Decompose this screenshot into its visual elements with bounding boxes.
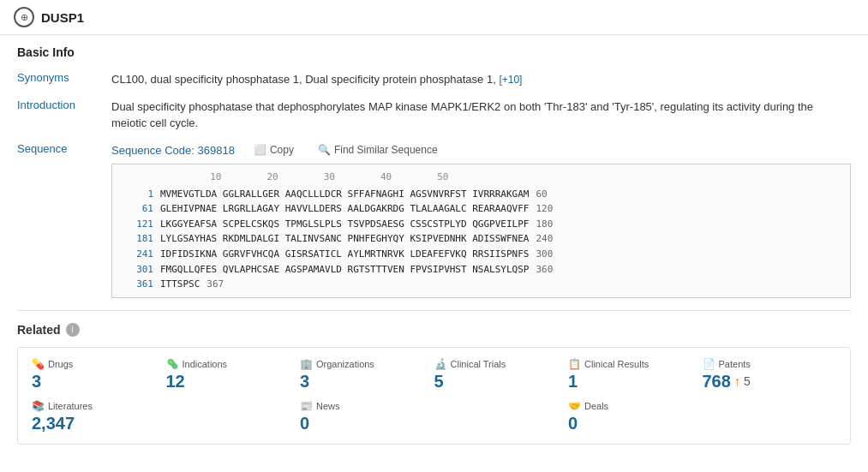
sequence-code-value: 369818 bbox=[197, 144, 234, 157]
stat-icon: 🤝 bbox=[568, 400, 581, 412]
stat-value: 0 bbox=[568, 414, 578, 433]
introduction-row: Introduction Dual specificity phosphatas… bbox=[17, 99, 851, 132]
stat-item[interactable]: 📰 News 0 bbox=[300, 400, 568, 433]
seq-line-text: MVMEVGTLDA GGLRALLGER AAQCLLLDCR SFFAFNA… bbox=[160, 187, 529, 202]
gene-icon: ⊕ bbox=[14, 7, 34, 27]
seq-end-num: 120 bbox=[536, 201, 553, 217]
seq-line-num: 301 bbox=[119, 262, 153, 278]
stat-label: Literatures bbox=[48, 401, 93, 411]
sequence-ruler: 10 20 30 40 50 bbox=[119, 170, 843, 185]
stat-item[interactable]: 🤝 Deals 0 bbox=[568, 400, 836, 433]
stat-value: 768 bbox=[703, 372, 731, 391]
stat-label: Clinical Trials bbox=[451, 359, 506, 369]
seq-line-num: 121 bbox=[119, 217, 153, 232]
seq-line-text: ITTSPSC bbox=[160, 277, 200, 292]
sequence-box: 10 20 30 40 50 1MVMEVGTLDA GGLRALLGER AA… bbox=[111, 164, 851, 298]
sequence-line: 301FMGQLLQFES QVLAPHCSAE AGSPAMAVLD RGTS… bbox=[119, 262, 843, 278]
stat-value: 0 bbox=[300, 414, 309, 433]
divider bbox=[17, 310, 851, 311]
seq-line-text: LKGGYEAFSA SCPELCSKQS TPMGLSLPLS TSVPDSA… bbox=[160, 217, 529, 232]
stat-value: 2,347 bbox=[32, 414, 75, 433]
find-similar-button[interactable]: 🔍 Find Similar Sequence bbox=[313, 142, 443, 158]
sequence-line: 61GLEHIVPNAE LRGRLLAGAY HAVVLLDERS AALDG… bbox=[119, 201, 843, 217]
stat-label: Deals bbox=[584, 401, 608, 411]
stat-label: Indications bbox=[183, 359, 228, 369]
synonyms-row: Synonyms CL100, dual specificity phospha… bbox=[17, 71, 851, 88]
stat-item[interactable]: 📋 Clinical Results 1 bbox=[568, 358, 703, 391]
seq-end-num: 300 bbox=[536, 247, 553, 262]
stat-item[interactable]: 📚 Literatures 2,347 bbox=[32, 400, 300, 433]
stat-icon: 📋 bbox=[568, 358, 581, 370]
stat-value: 1 bbox=[568, 372, 578, 391]
main-content: Basic Info Synonyms CL100, dual specific… bbox=[0, 35, 868, 455]
sequence-code-link[interactable]: Sequence Code: 369818 bbox=[111, 142, 235, 159]
seq-line-num: 241 bbox=[119, 247, 153, 262]
page-header: ⊕ DUSP1 bbox=[0, 0, 868, 35]
stats-row-2: 📚 Literatures 2,347 📰 News 0 🤝 Deals 0 bbox=[32, 400, 836, 433]
stat-label-row: 💊 Drugs bbox=[32, 358, 166, 370]
stat-icon: 📄 bbox=[703, 358, 715, 370]
sequence-line: 181LYLGSAYHAS RKDMLDALGI TALINVSANC PNHF… bbox=[119, 231, 843, 247]
stat-item[interactable]: 💊 Drugs 3 bbox=[32, 358, 166, 391]
sequence-line: 361ITTSPSC367 bbox=[119, 277, 843, 292]
related-info-icon[interactable]: i bbox=[66, 323, 80, 337]
stat-value: 5 bbox=[434, 372, 444, 391]
copy-label: Copy bbox=[270, 144, 294, 156]
stat-icon: 🔬 bbox=[434, 358, 447, 370]
stat-item[interactable]: 📄 Patents 768↑5 bbox=[703, 358, 837, 391]
stat-label: Drugs bbox=[48, 359, 73, 369]
stat-label-row: 📋 Clinical Results bbox=[568, 358, 703, 370]
introduction-text: Dual specificity phosphatase that dephos… bbox=[111, 99, 851, 132]
seq-line-text: GLEHIVPNAE LRGRLLAGAY HAVVLLDERS AALDGAK… bbox=[160, 201, 529, 217]
stat-value: 12 bbox=[166, 372, 185, 391]
stat-icon: 📰 bbox=[300, 400, 313, 412]
seq-end-num: 180 bbox=[536, 217, 553, 232]
find-similar-label: Find Similar Sequence bbox=[334, 144, 438, 156]
seq-line-num: 61 bbox=[119, 201, 153, 217]
related-header: Related i bbox=[17, 323, 851, 337]
stats-row-1: 💊 Drugs 3 🦠 Indications 12 🏢 Organizatio… bbox=[32, 358, 836, 391]
sequence-code-label: Sequence Code: bbox=[111, 144, 195, 157]
stat-label-row: 📚 Literatures bbox=[32, 400, 300, 412]
sequence-line: 121LKGGYEAFSA SCPELCSKQS TPMGLSLPLS TSVP… bbox=[119, 217, 843, 232]
seq-end-num: 360 bbox=[536, 262, 553, 278]
stat-label-row: 🔬 Clinical Trials bbox=[434, 358, 569, 370]
stat-label-row: 📄 Patents bbox=[703, 358, 837, 370]
seq-line-num: 1 bbox=[119, 187, 153, 202]
stat-extra-value: 5 bbox=[744, 374, 751, 388]
stat-icon: 🦠 bbox=[166, 358, 179, 370]
sequence-row: Sequence Sequence Code: 369818 ⬜ Copy 🔍 … bbox=[17, 142, 851, 298]
stat-value: 3 bbox=[300, 372, 309, 391]
stat-label-row: 🏢 Organizations bbox=[300, 358, 434, 370]
stats-grid: 💊 Drugs 3 🦠 Indications 12 🏢 Organizatio… bbox=[17, 347, 851, 445]
sequence-label: Sequence bbox=[17, 142, 111, 155]
sequence-header: Sequence Code: 369818 ⬜ Copy 🔍 Find Simi… bbox=[111, 142, 851, 159]
sequence-line: 241IDFIDSIKNA GGRVFVHCQA GISRSATICL AYLM… bbox=[119, 247, 843, 262]
find-similar-icon: 🔍 bbox=[318, 144, 331, 156]
stat-label: Organizations bbox=[316, 359, 374, 369]
seq-line-num: 181 bbox=[119, 231, 153, 247]
basic-info-title: Basic Info bbox=[17, 45, 851, 63]
introduction-label: Introduction bbox=[17, 99, 111, 111]
stat-icon: 💊 bbox=[32, 358, 45, 370]
synonyms-more-link[interactable]: [+10] bbox=[499, 74, 522, 86]
synonyms-text: CL100, dual specificity phosphatase 1, D… bbox=[111, 73, 496, 86]
page-title: DUSP1 bbox=[41, 10, 84, 25]
seq-end-num: 60 bbox=[536, 187, 547, 202]
copy-button[interactable]: ⬜ Copy bbox=[248, 142, 299, 158]
stat-arrow-up: ↑ bbox=[734, 374, 740, 388]
stat-value: 3 bbox=[32, 372, 41, 391]
seq-line-text: LYLGSAYHAS RKDMLDALGI TALINVSANC PNHFEGH… bbox=[160, 231, 529, 247]
seq-line-text: FMGQLLQFES QVLAPHCSAE AGSPAMAVLD RGTSTTT… bbox=[160, 262, 529, 278]
synonyms-value: CL100, dual specificity phosphatase 1, D… bbox=[111, 71, 851, 88]
stat-item[interactable]: 🔬 Clinical Trials 5 bbox=[434, 358, 569, 391]
seq-line-text: IDFIDSIKNA GGRVFVHCQA GISRSATICL AYLMRTN… bbox=[160, 247, 529, 262]
seq-end-num: 240 bbox=[536, 231, 553, 247]
stat-label: News bbox=[316, 401, 340, 411]
stat-label-row: 🤝 Deals bbox=[568, 400, 836, 412]
seq-line-num: 361 bbox=[119, 277, 153, 292]
copy-icon: ⬜ bbox=[254, 144, 266, 156]
seq-end-num: 367 bbox=[207, 277, 224, 292]
stat-item[interactable]: 🏢 Organizations 3 bbox=[300, 358, 434, 391]
stat-item[interactable]: 🦠 Indications 12 bbox=[166, 358, 301, 391]
